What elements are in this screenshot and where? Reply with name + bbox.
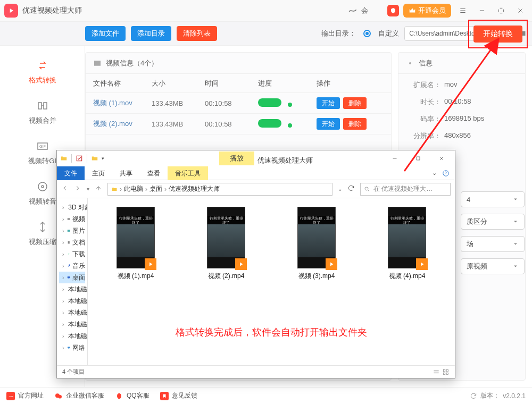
footer-link-label: 企业微信客服 <box>66 391 104 400</box>
file-item-3[interactable]: 行则量承失败，重排终了视频 (4).mp4 <box>370 207 444 281</box>
clear-list-button[interactable]: 清除列表 <box>177 26 217 41</box>
row-delete-button[interactable]: 删除 <box>343 118 367 130</box>
crumb-dropdown[interactable]: ⌄ <box>338 186 342 192</box>
row-start-button[interactable]: 开始 <box>317 97 340 109</box>
crown-icon <box>409 7 416 14</box>
svg-rect-30 <box>443 373 445 375</box>
add-file-button[interactable]: 添加文件 <box>85 26 126 41</box>
col-operation: 操作 <box>317 79 384 88</box>
chevron-down-icon[interactable]: ▾ <box>102 156 104 161</box>
tree-item-10[interactable]: ›本地磁盘 (F: <box>59 318 85 330</box>
ribbon-tab-1[interactable]: 主页 <box>85 166 112 180</box>
tree-item-8[interactable]: ›本地磁盘 (D: <box>59 295 85 307</box>
view-icons-icon[interactable] <box>442 368 450 376</box>
crumb-0[interactable]: 此电脑 <box>124 184 143 193</box>
explorer-maximize[interactable] <box>408 152 428 165</box>
table-row: 视频 (2).mov133.43MB00:10:58开始删除 <box>86 114 391 134</box>
nav-recent[interactable]: ▾ <box>87 186 89 192</box>
footer-link-feedback[interactable]: 意见反馈 <box>160 391 197 400</box>
dropdown-value: 场 <box>467 239 473 249</box>
file-item-2[interactable]: 行则量承失败，重排终了视频 (3).mp4 <box>279 207 354 281</box>
vip-button[interactable]: 开通会员 <box>403 4 451 18</box>
crumb-1[interactable]: 桌面 <box>149 184 162 193</box>
row-start-button[interactable]: 开始 <box>317 118 340 130</box>
maximize-button[interactable] <box>494 3 509 18</box>
tree-item-1[interactable]: ›视频 <box>59 213 85 225</box>
close-button[interactable] <box>513 3 528 18</box>
info-key: 扩展名： <box>407 80 441 90</box>
svg-text:.com: .com <box>9 395 13 398</box>
start-convert-button[interactable]: 开始转换 <box>473 26 522 43</box>
tree-label: 图片 <box>72 226 85 235</box>
explorer-search[interactable]: 在 优速视频处理大… <box>360 183 451 196</box>
tree-item-2[interactable]: ›图片 <box>59 225 85 237</box>
explorer-play-tab[interactable]: 播放 <box>219 152 254 165</box>
row-delete-button[interactable]: 删除 <box>343 97 367 109</box>
crumb-sep: › <box>145 186 147 193</box>
dropdown-1[interactable]: 质区分 <box>461 214 525 230</box>
nav-back[interactable] <box>61 184 69 193</box>
web-icon: .com <box>6 392 15 400</box>
qq-icon <box>115 392 123 400</box>
svg-rect-13 <box>417 157 420 160</box>
menu-icon[interactable] <box>455 3 470 18</box>
file-name: 视频 (3).mp4 <box>298 272 335 281</box>
tree-label: 音乐 <box>72 262 85 271</box>
tree-item-4[interactable]: ›下载 <box>59 248 85 260</box>
explorer-minimize[interactable] <box>385 152 405 165</box>
nav-forward[interactable] <box>74 184 81 193</box>
shield-badge[interactable] <box>387 5 399 16</box>
nav-up[interactable] <box>95 184 102 193</box>
sidebar-label: 视频压缩 <box>29 237 56 247</box>
crumb-2[interactable]: 优速视频处理大师 <box>169 184 220 193</box>
tree-item-7[interactable]: ›本地磁盘 (C: <box>59 283 85 295</box>
ribbon-tab-music[interactable]: 音乐工具 <box>168 166 208 180</box>
dropdown-2[interactable]: 场 <box>461 236 525 252</box>
feedback-icon <box>160 392 169 400</box>
nav-refresh[interactable] <box>347 184 355 193</box>
footer-link-qq[interactable]: QQ客服 <box>115 391 149 400</box>
tree-item-6[interactable]: ›桌面 <box>59 272 85 283</box>
explorer-close[interactable] <box>431 152 452 165</box>
start-highlight-box: 开始转换 <box>468 20 528 48</box>
ribbon-tab-2[interactable]: 共享 <box>112 166 140 180</box>
output-mode-radio[interactable] <box>363 30 371 37</box>
tree-item-9[interactable]: ›本地磁盘 (E: <box>59 307 85 318</box>
tree-item-3[interactable]: ›文档 <box>59 237 85 248</box>
cell-op: 开始删除 <box>317 97 384 109</box>
breadcrumb[interactable]: ›此电脑›桌面›优速视频处理大师 <box>107 183 332 196</box>
file-item-1[interactable]: 行则量承失败，重排终了视频 (2).mp4 <box>189 207 263 281</box>
ribbon-expand[interactable]: ⌄ <box>427 166 455 180</box>
play-overlay-icon <box>145 258 156 270</box>
view-details-icon[interactable] <box>433 368 440 376</box>
info-value: 480x856 <box>444 131 517 141</box>
folder-icon <box>111 186 118 192</box>
explorer-content: 行则量承失败，重排终了视频 (1).mp4行则量承失败，重排终了视频 (2).m… <box>88 198 455 365</box>
info-value: 1698915 bps <box>444 114 517 124</box>
cell-op: 开始删除 <box>317 118 384 130</box>
tree-item-5[interactable]: ›音乐 <box>59 260 85 272</box>
sidebar-item-1[interactable]: 视频合并 <box>0 94 85 131</box>
ribbon-tab-0[interactable]: 文件 <box>57 166 85 180</box>
tree-label: 文档 <box>72 238 85 247</box>
svg-point-4 <box>38 182 47 191</box>
user-area[interactable]: 会 <box>347 5 368 16</box>
svg-point-15 <box>365 187 368 190</box>
tree-item-0[interactable]: ›3D 对象 <box>59 201 85 213</box>
folder-icon <box>60 155 68 162</box>
svg-point-10 <box>117 393 121 399</box>
footer-link-label: 官方网址 <box>18 391 44 400</box>
footer-link-web[interactable]: .com官方网址 <box>6 391 44 400</box>
tree-item-11[interactable]: ›本地磁盘 (G: <box>59 330 85 342</box>
dropdown-3[interactable]: 原视频 <box>461 258 525 274</box>
svg-point-5 <box>41 186 44 188</box>
file-item-0[interactable]: 行则量承失败，重排终了视频 (1).mp4 <box>98 207 173 281</box>
dropdown-0[interactable]: 4 <box>461 191 525 207</box>
minimize-button[interactable] <box>475 3 489 18</box>
footer-link-wechat[interactable]: 企业微信客服 <box>54 391 104 400</box>
ribbon-tab-3[interactable]: 查看 <box>140 166 168 180</box>
add-dir-button[interactable]: 添加目录 <box>131 26 171 41</box>
sidebar-item-0[interactable]: 格式转换 <box>0 53 85 90</box>
svg-rect-31 <box>446 373 448 375</box>
tree-item-12[interactable]: ›网络 <box>59 342 85 354</box>
